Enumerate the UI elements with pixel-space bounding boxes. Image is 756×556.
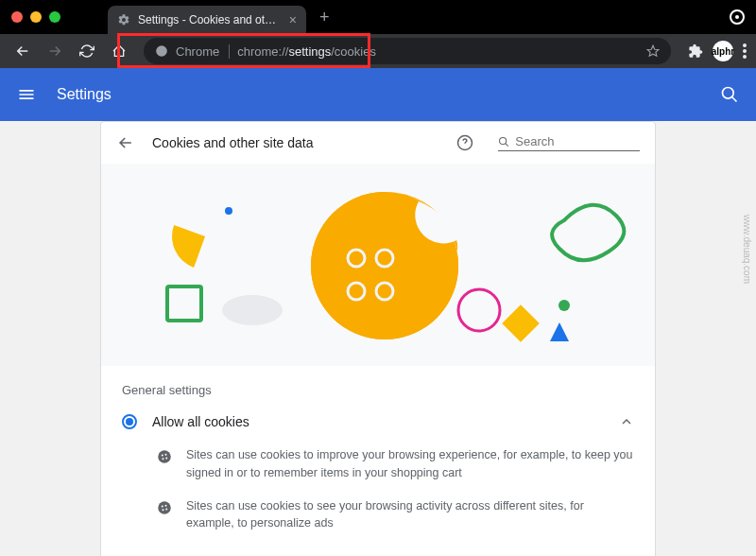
settings-card: Cookies and other site data	[100, 121, 656, 556]
chrome-icon	[155, 44, 168, 58]
help-icon[interactable]	[456, 134, 473, 151]
svg-point-7	[500, 137, 507, 144]
hamburger-menu-icon[interactable]	[17, 85, 36, 104]
svg-point-16	[458, 289, 500, 331]
traffic-lights	[11, 11, 60, 23]
close-tab-button[interactable]: ×	[289, 12, 297, 27]
page-title: Cookies and other site data	[152, 135, 439, 150]
section-label: General settings	[101, 366, 655, 405]
settings-header: Settings	[0, 68, 756, 121]
search-input[interactable]	[515, 134, 640, 148]
new-tab-button[interactable]: +	[319, 8, 330, 27]
svg-point-29	[165, 508, 167, 510]
header-search-icon[interactable]	[720, 85, 739, 104]
chevron-up-icon[interactable]	[619, 414, 634, 429]
forward-button[interactable]	[42, 38, 68, 64]
svg-point-22	[165, 454, 167, 456]
browser-toolbar: Chrome chrome://settings/cookies alphr	[0, 34, 756, 68]
svg-point-4	[743, 55, 747, 59]
browser-tab[interactable]: Settings - Cookies and other s ×	[108, 6, 306, 34]
card-header: Cookies and other site data	[101, 122, 655, 164]
minimize-window-button[interactable]	[30, 11, 42, 23]
svg-point-5	[723, 88, 734, 99]
svg-point-20	[158, 450, 171, 463]
close-window-button[interactable]	[11, 11, 23, 23]
svg-point-23	[163, 458, 164, 460]
card-search[interactable]	[498, 134, 640, 151]
content-area: Cookies and other site data	[0, 121, 756, 556]
watermark: www.deuaq.com	[742, 215, 752, 284]
profile-avatar[interactable]: alphr	[713, 41, 733, 61]
svg-point-26	[162, 505, 163, 507]
back-button[interactable]	[9, 38, 36, 64]
cookie-icon	[156, 497, 173, 516]
window-titlebar: Settings - Cookies and other s × +	[0, 0, 756, 34]
hero-illustration	[101, 164, 655, 366]
detail-row-1: Sites can use cookies to improve your br…	[101, 439, 655, 490]
svg-marker-18	[550, 322, 569, 341]
svg-rect-17	[502, 304, 540, 342]
tab-title: Settings - Cookies and other s	[138, 13, 282, 26]
home-button[interactable]	[106, 38, 132, 64]
header-title: Settings	[57, 86, 112, 103]
radio-button[interactable]	[122, 414, 137, 429]
detail-text-1: Sites can use cookies to improve your br…	[186, 446, 634, 482]
reload-button[interactable]	[74, 38, 100, 64]
back-arrow-button[interactable]	[116, 133, 135, 152]
option-label: Allow all cookies	[152, 414, 604, 429]
svg-point-21	[162, 455, 163, 457]
svg-point-24	[165, 458, 167, 460]
svg-point-28	[163, 509, 164, 511]
svg-point-0	[156, 45, 167, 57]
svg-point-2	[743, 43, 747, 47]
svg-point-19	[558, 300, 570, 311]
gear-icon	[117, 13, 130, 26]
option-allow-all-cookies[interactable]: Allow all cookies	[101, 405, 655, 439]
url-text: chrome://settings/cookies	[237, 44, 376, 59]
detail-text-2: Sites can use cookies to see your browsi…	[186, 497, 634, 533]
cookie-icon	[156, 446, 173, 465]
maximize-window-button[interactable]	[49, 11, 60, 23]
address-bar[interactable]: Chrome chrome://settings/cookies	[144, 38, 671, 64]
extensions-icon[interactable]	[688, 43, 703, 59]
bookmark-star-icon[interactable]	[646, 44, 660, 58]
svg-rect-13	[167, 287, 201, 321]
svg-point-27	[165, 504, 167, 506]
svg-point-3	[743, 49, 747, 53]
search-icon	[498, 135, 509, 148]
detail-row-2: Sites can use cookies to see your browsi…	[101, 490, 655, 541]
svg-point-14	[225, 207, 232, 215]
url-scheme-label: Chrome	[176, 44, 230, 59]
incognito-indicator-icon	[730, 9, 745, 25]
svg-point-25	[158, 501, 171, 514]
svg-point-15	[222, 295, 283, 325]
browser-menu-button[interactable]	[743, 43, 747, 59]
svg-marker-1	[647, 45, 659, 56]
